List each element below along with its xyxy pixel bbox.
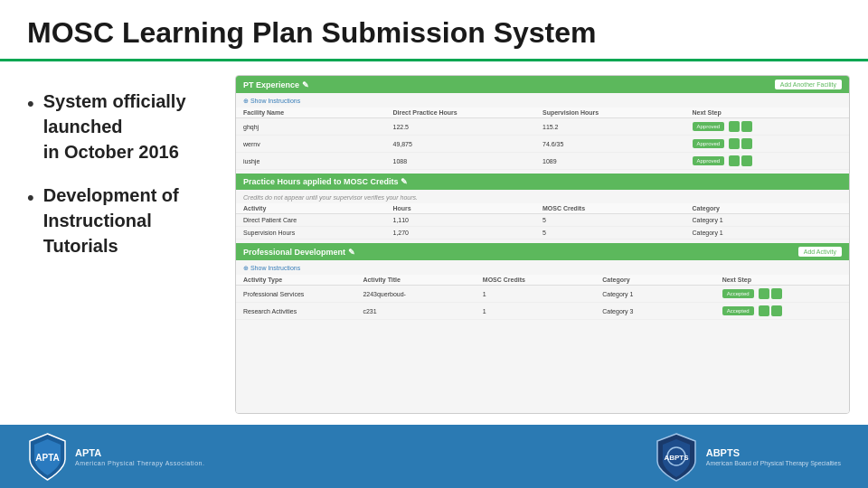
status-badge: Approved xyxy=(693,139,725,148)
apta-text-block: APTA American Physical Therapy Associati… xyxy=(75,446,204,465)
abpts-text-block: ABPTS American Board of Physical Therapy… xyxy=(706,446,841,465)
bullet-text-1: System officiallylaunchedin October 2016 xyxy=(43,89,186,164)
col-nextstep: Next Step xyxy=(693,109,843,116)
abpts-subtext: American Board of Physical Therapy Speci… xyxy=(706,460,841,466)
pt-experience-title: PT Experience ✎ xyxy=(243,80,309,89)
edit-icon[interactable] xyxy=(729,138,740,149)
table-row: iushje 1088 1089 Approved xyxy=(236,153,849,170)
apta-subtext: American Physical Therapy Association. xyxy=(75,460,204,466)
col-next: Next Step xyxy=(722,277,842,283)
svg-text:ABPTS: ABPTS xyxy=(664,454,689,462)
table-row: Supervision Hours 1,270 5 Category 1 xyxy=(236,227,849,239)
apta-logo: APTA APTA American Physical Therapy Asso… xyxy=(27,432,204,482)
edit-icon[interactable] xyxy=(729,121,740,132)
col-mosc: MOSC Credits xyxy=(483,277,602,283)
table-row: Research Activities c231 1 Category 3 Ac… xyxy=(236,303,849,320)
status-badge: Accepted xyxy=(722,306,754,315)
bullet-text-2: Development ofInstructionalTutorials xyxy=(43,183,179,258)
add-facility-button[interactable]: Add Another Facility xyxy=(775,80,842,89)
settings-icon[interactable] xyxy=(741,138,752,149)
abpts-shield-icon: ABPTS xyxy=(654,432,699,482)
prof-table-header: Activity Type Activity Title MOSC Credit… xyxy=(236,275,849,286)
mock-screen: PT Experience ✎ Add Another Facility ⊕ S… xyxy=(236,76,849,413)
bullet-dot-1: • xyxy=(27,90,34,118)
table-row: ghqhj 122.5 115.2 Approved xyxy=(236,118,849,136)
practice-table-header: Activity Hours MOSC Credits Category xyxy=(236,203,849,214)
edit-icon[interactable] xyxy=(729,155,740,166)
slide-title: MOSC Learning Plan Submission System xyxy=(0,0,868,61)
footer-bar: APTA APTA American Physical Therapy Asso… xyxy=(0,425,868,488)
settings-icon[interactable] xyxy=(771,305,782,316)
content-area: • System officiallylaunchedin October 20… xyxy=(0,61,868,414)
prof-dev-bar: Professional Development ✎ Add Activity xyxy=(236,243,849,260)
apta-shield-icon: APTA xyxy=(27,432,68,482)
bullet-dot-2: • xyxy=(27,184,34,212)
status-badge: Approved xyxy=(693,122,725,131)
edit-icon[interactable] xyxy=(759,305,769,316)
apta-name: APTA xyxy=(75,446,204,459)
practice-hours-note: Credits do not appear until your supervi… xyxy=(236,192,849,203)
col-facility: Facility Name xyxy=(243,109,393,116)
status-badge: Approved xyxy=(693,156,725,165)
abpts-logo: ABPTS ABPTS American Board of Physical T… xyxy=(654,432,841,482)
show-instructions-link-2[interactable]: ⊕ Show Instructions xyxy=(236,262,849,275)
prof-dev-title: Professional Development ✎ xyxy=(243,248,355,257)
pt-experience-bar: PT Experience ✎ Add Another Facility xyxy=(236,76,849,93)
col-activity-type: Activity Type xyxy=(243,277,363,283)
slide: MOSC Learning Plan Submission System • S… xyxy=(0,0,868,488)
settings-icon[interactable] xyxy=(741,121,752,132)
col-cat: Category xyxy=(602,277,722,283)
col-activity: Activity xyxy=(243,205,393,211)
table-row: Direct Patient Care 1,110 5 Category 1 xyxy=(236,214,849,227)
col-supervision: Supervision Hours xyxy=(542,109,693,116)
bullet-points: • System officiallylaunchedin October 20… xyxy=(18,70,235,414)
bullet-item-1: • System officiallylaunchedin October 20… xyxy=(27,89,226,164)
svg-text:APTA: APTA xyxy=(35,453,59,463)
status-badge: Accepted xyxy=(722,289,754,298)
pt-table-header: Facility Name Direct Practice Hours Supe… xyxy=(236,108,849,118)
col-category: Category xyxy=(693,205,843,211)
screenshot-area: PT Experience ✎ Add Another Facility ⊕ S… xyxy=(235,75,850,414)
col-activity-title: Activity Title xyxy=(363,277,482,283)
col-hours: Hours xyxy=(393,205,543,211)
edit-icon[interactable] xyxy=(759,288,769,299)
settings-icon[interactable] xyxy=(741,155,752,166)
practice-hours-title: Practice Hours applied to MOSC Credits ✎ xyxy=(243,177,408,186)
bullet-item-2: • Development ofInstructionalTutorials xyxy=(27,183,226,258)
settings-icon[interactable] xyxy=(771,288,782,299)
add-activity-button[interactable]: Add Activity xyxy=(798,247,842,257)
col-mosc-credits: MOSC Credits xyxy=(542,205,693,211)
col-direct: Direct Practice Hours xyxy=(393,109,543,116)
show-instructions-link-1[interactable]: ⊕ Show Instructions xyxy=(236,95,849,108)
table-row: Professional Services 2243querboud- 1 Ca… xyxy=(236,286,849,303)
practice-hours-bar: Practice Hours applied to MOSC Credits ✎ xyxy=(236,174,849,190)
abpts-name: ABPTS xyxy=(706,446,841,459)
table-row: wernv 49,875 74.6/35 Approved xyxy=(236,136,849,153)
